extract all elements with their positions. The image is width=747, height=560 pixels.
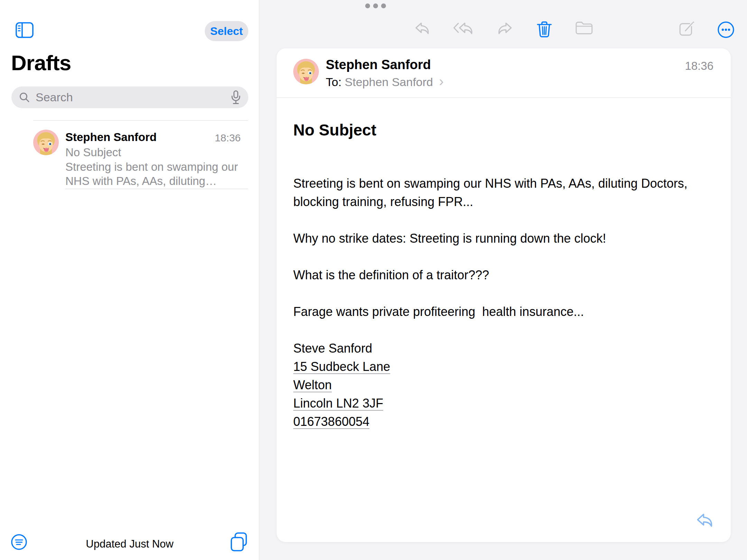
compose-copy-icon: [230, 532, 248, 552]
more-icon: [717, 21, 735, 39]
reading-pane: Stephen Sanford To: Stephen Sanford › 18…: [260, 0, 747, 560]
message-card: Stephen Sanford To: Stephen Sanford › 18…: [277, 48, 731, 542]
more-button[interactable]: [717, 21, 735, 39]
page-title: Drafts: [11, 50, 71, 75]
search-input[interactable]: Search: [11, 86, 248, 108]
address-link[interactable]: Lincoln LN2 3JF: [293, 394, 711, 412]
folder-icon: [575, 21, 593, 35]
forward-button[interactable]: [496, 21, 514, 39]
search-placeholder: Search: [36, 91, 230, 104]
phone-link[interactable]: 01673860054: [293, 412, 711, 431]
message-body: No Subject Streeting is bent on swamping…: [293, 97, 711, 542]
body-paragraph: Farage wants private profiteering health…: [293, 302, 711, 321]
reply-icon: [414, 21, 431, 36]
forward-icon: [496, 21, 513, 36]
search-icon: [18, 91, 31, 104]
compose-icon: [678, 21, 695, 38]
update-status: Updated Just Now: [0, 538, 259, 550]
chevron-right-icon: ›: [439, 74, 443, 89]
select-button-label: Select: [210, 25, 243, 38]
select-button[interactable]: Select: [205, 21, 248, 41]
drafts-sidebar: Select Drafts Search Stephen Sanford 18:…: [0, 0, 259, 560]
message-preview: Streeting is bent on swamping our NHS wi…: [65, 160, 243, 188]
move-to-folder-button[interactable]: [575, 21, 593, 39]
message-time: 18:36: [215, 132, 241, 144]
compose-button[interactable]: [230, 532, 248, 552]
mail-app-window: 22:25 Mon 22 Sep 84%: [0, 0, 747, 560]
signature-name: Steve Sanford: [293, 339, 711, 357]
message-list-item[interactable]: Stephen Sanford 18:36 No Subject Streeti…: [0, 122, 259, 189]
message-sender: Stephen Sanford: [65, 131, 157, 144]
reply-icon: [695, 512, 715, 529]
new-message-button[interactable]: [678, 21, 696, 39]
reply-all-button[interactable]: [453, 21, 471, 39]
delete-button[interactable]: [536, 21, 554, 39]
sender-name: Stephen Sanford: [326, 57, 431, 72]
subject-title: No Subject: [293, 120, 711, 140]
trash-icon: [536, 21, 552, 38]
body-paragraph: Streeting is bent on swamping our NHS wi…: [293, 174, 711, 211]
mic-icon[interactable]: [230, 90, 241, 105]
list-separator-top: [33, 120, 248, 121]
sidebar-toggle-icon: [16, 22, 34, 38]
avatar: [293, 59, 319, 84]
reply-all-icon: [453, 21, 475, 36]
address-link[interactable]: Welton: [293, 376, 711, 394]
sidebar-toggle-button[interactable]: [16, 22, 34, 38]
list-separator-bottom: [65, 189, 248, 189]
avatar: [33, 130, 59, 155]
recipient-row[interactable]: To: Stephen Sanford ›: [326, 75, 444, 89]
reply-button[interactable]: [414, 21, 432, 39]
body-paragraph: What is the definition of a traitor???: [293, 266, 711, 284]
message-subject: No Subject: [65, 146, 121, 159]
address-link[interactable]: 15 Sudbeck Lane: [293, 357, 711, 376]
body-paragraph: Why no strike dates: Streeting is runnin…: [293, 229, 711, 248]
message-timestamp: 18:36: [685, 59, 713, 73]
recipient-name: Stephen Sanford: [345, 75, 433, 88]
signature-block: Steve Sanford 15 Sudbeck Lane Welton Lin…: [293, 339, 711, 431]
multitasking-handle-icon[interactable]: [365, 3, 386, 8]
quick-reply-button[interactable]: [695, 512, 715, 529]
to-label: To:: [326, 75, 341, 88]
